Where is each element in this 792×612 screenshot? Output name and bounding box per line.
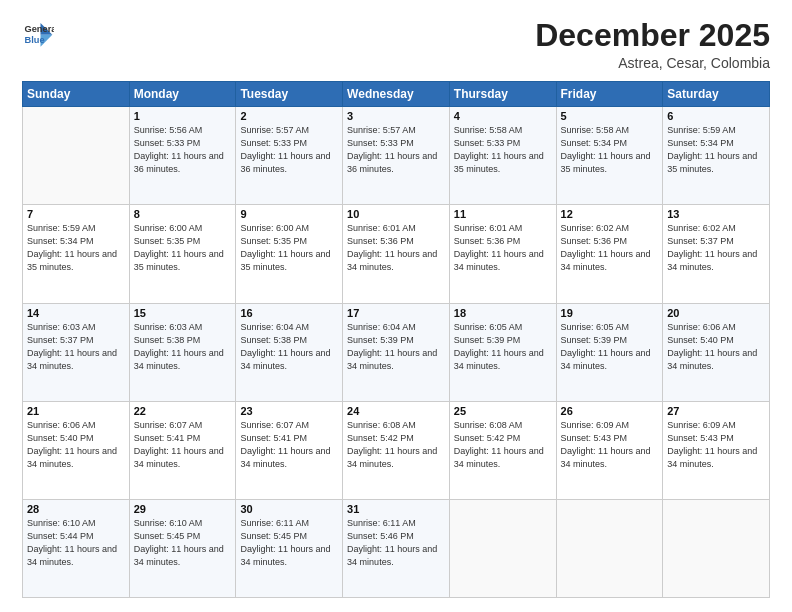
day-number: 20 [667,307,765,319]
svg-text:Blue: Blue [25,35,45,45]
day-info: Sunrise: 6:11 AMSunset: 5:45 PMDaylight:… [240,517,338,569]
table-row: 27 Sunrise: 6:09 AMSunset: 5:43 PMDaylig… [663,401,770,499]
table-row: 6 Sunrise: 5:59 AMSunset: 5:34 PMDayligh… [663,107,770,205]
table-row: 17 Sunrise: 6:04 AMSunset: 5:39 PMDaylig… [343,303,450,401]
day-number: 15 [134,307,232,319]
table-row [663,499,770,597]
day-number: 16 [240,307,338,319]
day-info: Sunrise: 6:01 AMSunset: 5:36 PMDaylight:… [454,222,552,274]
day-number: 5 [561,110,659,122]
table-row: 29 Sunrise: 6:10 AMSunset: 5:45 PMDaylig… [129,499,236,597]
day-number: 26 [561,405,659,417]
day-number: 29 [134,503,232,515]
table-row: 31 Sunrise: 6:11 AMSunset: 5:46 PMDaylig… [343,499,450,597]
day-info: Sunrise: 6:02 AMSunset: 5:37 PMDaylight:… [667,222,765,274]
week-row-0: 1 Sunrise: 5:56 AMSunset: 5:33 PMDayligh… [23,107,770,205]
table-row: 19 Sunrise: 6:05 AMSunset: 5:39 PMDaylig… [556,303,663,401]
day-number: 11 [454,208,552,220]
day-number: 23 [240,405,338,417]
table-row: 8 Sunrise: 6:00 AMSunset: 5:35 PMDayligh… [129,205,236,303]
day-info: Sunrise: 6:00 AMSunset: 5:35 PMDaylight:… [240,222,338,274]
header-row: Sunday Monday Tuesday Wednesday Thursday… [23,82,770,107]
day-number: 8 [134,208,232,220]
day-info: Sunrise: 6:07 AMSunset: 5:41 PMDaylight:… [240,419,338,471]
table-row: 28 Sunrise: 6:10 AMSunset: 5:44 PMDaylig… [23,499,130,597]
day-info: Sunrise: 6:03 AMSunset: 5:37 PMDaylight:… [27,321,125,373]
logo: General Blue [22,18,54,50]
day-info: Sunrise: 6:01 AMSunset: 5:36 PMDaylight:… [347,222,445,274]
day-number: 24 [347,405,445,417]
table-row: 23 Sunrise: 6:07 AMSunset: 5:41 PMDaylig… [236,401,343,499]
table-row: 30 Sunrise: 6:11 AMSunset: 5:45 PMDaylig… [236,499,343,597]
day-info: Sunrise: 6:00 AMSunset: 5:35 PMDaylight:… [134,222,232,274]
week-row-2: 14 Sunrise: 6:03 AMSunset: 5:37 PMDaylig… [23,303,770,401]
table-row: 7 Sunrise: 5:59 AMSunset: 5:34 PMDayligh… [23,205,130,303]
table-row: 12 Sunrise: 6:02 AMSunset: 5:36 PMDaylig… [556,205,663,303]
day-number: 25 [454,405,552,417]
day-info: Sunrise: 6:02 AMSunset: 5:36 PMDaylight:… [561,222,659,274]
table-row [556,499,663,597]
day-number: 19 [561,307,659,319]
col-monday: Monday [129,82,236,107]
day-number: 14 [27,307,125,319]
day-number: 2 [240,110,338,122]
table-row: 18 Sunrise: 6:05 AMSunset: 5:39 PMDaylig… [449,303,556,401]
day-number: 31 [347,503,445,515]
table-row: 3 Sunrise: 5:57 AMSunset: 5:33 PMDayligh… [343,107,450,205]
table-row: 20 Sunrise: 6:06 AMSunset: 5:40 PMDaylig… [663,303,770,401]
table-row: 13 Sunrise: 6:02 AMSunset: 5:37 PMDaylig… [663,205,770,303]
day-number: 18 [454,307,552,319]
svg-text:General: General [25,24,54,34]
col-friday: Friday [556,82,663,107]
day-info: Sunrise: 6:04 AMSunset: 5:39 PMDaylight:… [347,321,445,373]
day-info: Sunrise: 6:10 AMSunset: 5:44 PMDaylight:… [27,517,125,569]
col-sunday: Sunday [23,82,130,107]
table-row: 5 Sunrise: 5:58 AMSunset: 5:34 PMDayligh… [556,107,663,205]
day-number: 6 [667,110,765,122]
day-info: Sunrise: 6:11 AMSunset: 5:46 PMDaylight:… [347,517,445,569]
day-number: 3 [347,110,445,122]
day-info: Sunrise: 6:08 AMSunset: 5:42 PMDaylight:… [347,419,445,471]
day-info: Sunrise: 6:05 AMSunset: 5:39 PMDaylight:… [454,321,552,373]
table-row: 4 Sunrise: 5:58 AMSunset: 5:33 PMDayligh… [449,107,556,205]
day-number: 12 [561,208,659,220]
day-info: Sunrise: 6:05 AMSunset: 5:39 PMDaylight:… [561,321,659,373]
day-info: Sunrise: 6:09 AMSunset: 5:43 PMDaylight:… [667,419,765,471]
table-row: 26 Sunrise: 6:09 AMSunset: 5:43 PMDaylig… [556,401,663,499]
table-row: 1 Sunrise: 5:56 AMSunset: 5:33 PMDayligh… [129,107,236,205]
calendar-subtitle: Astrea, Cesar, Colombia [535,55,770,71]
col-thursday: Thursday [449,82,556,107]
day-info: Sunrise: 5:57 AMSunset: 5:33 PMDaylight:… [240,124,338,176]
page: General Blue December 2025 Astrea, Cesar… [0,0,792,612]
table-row: 15 Sunrise: 6:03 AMSunset: 5:38 PMDaylig… [129,303,236,401]
day-info: Sunrise: 5:58 AMSunset: 5:34 PMDaylight:… [561,124,659,176]
table-row [449,499,556,597]
day-number: 30 [240,503,338,515]
table-row: 22 Sunrise: 6:07 AMSunset: 5:41 PMDaylig… [129,401,236,499]
table-row: 24 Sunrise: 6:08 AMSunset: 5:42 PMDaylig… [343,401,450,499]
logo-icon: General Blue [22,18,54,50]
day-number: 17 [347,307,445,319]
day-info: Sunrise: 5:57 AMSunset: 5:33 PMDaylight:… [347,124,445,176]
day-info: Sunrise: 6:07 AMSunset: 5:41 PMDaylight:… [134,419,232,471]
day-number: 7 [27,208,125,220]
day-info: Sunrise: 6:04 AMSunset: 5:38 PMDaylight:… [240,321,338,373]
table-row: 25 Sunrise: 6:08 AMSunset: 5:42 PMDaylig… [449,401,556,499]
day-number: 22 [134,405,232,417]
day-info: Sunrise: 6:06 AMSunset: 5:40 PMDaylight:… [667,321,765,373]
week-row-1: 7 Sunrise: 5:59 AMSunset: 5:34 PMDayligh… [23,205,770,303]
header: General Blue December 2025 Astrea, Cesar… [22,18,770,71]
day-info: Sunrise: 5:59 AMSunset: 5:34 PMDaylight:… [27,222,125,274]
day-info: Sunrise: 6:09 AMSunset: 5:43 PMDaylight:… [561,419,659,471]
week-row-4: 28 Sunrise: 6:10 AMSunset: 5:44 PMDaylig… [23,499,770,597]
col-tuesday: Tuesday [236,82,343,107]
day-info: Sunrise: 6:03 AMSunset: 5:38 PMDaylight:… [134,321,232,373]
col-saturday: Saturday [663,82,770,107]
calendar-table: Sunday Monday Tuesday Wednesday Thursday… [22,81,770,598]
table-row [23,107,130,205]
day-number: 10 [347,208,445,220]
table-row: 2 Sunrise: 5:57 AMSunset: 5:33 PMDayligh… [236,107,343,205]
day-info: Sunrise: 6:08 AMSunset: 5:42 PMDaylight:… [454,419,552,471]
day-info: Sunrise: 5:58 AMSunset: 5:33 PMDaylight:… [454,124,552,176]
day-number: 13 [667,208,765,220]
